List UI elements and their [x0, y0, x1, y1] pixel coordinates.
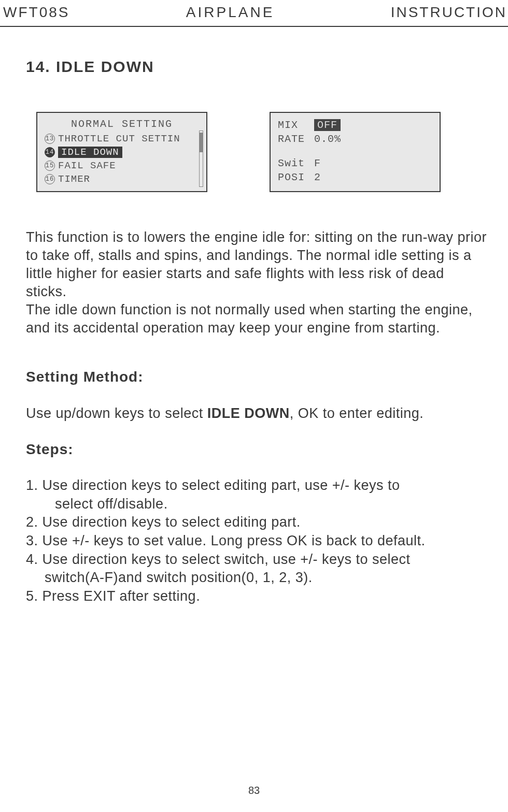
scrollbar-icon: [199, 130, 203, 187]
step-continuation: select off/disable.: [26, 495, 487, 514]
setting-value: 2: [314, 171, 432, 183]
scroll-thumb-icon: [200, 133, 203, 152]
setting-value: F: [314, 157, 432, 169]
setting-label: Swit: [278, 157, 314, 169]
menu-number-icon: 15: [45, 161, 55, 171]
menu-label: FAIL SAFE: [58, 160, 116, 171]
setting-method-heading: Setting Method:: [26, 369, 487, 385]
menu-label: TIMER: [58, 173, 90, 185]
menu-label: THROTTLE CUT SETTIN: [58, 133, 180, 144]
lcd-screens: NORMAL SETTING 13 THROTTLE CUT SETTIN 14…: [36, 112, 487, 192]
step-item: 5. Press EXIT after setting.: [26, 587, 487, 606]
instruction-text-bold: IDLE DOWN: [207, 405, 290, 421]
step-continuation: switch(A-F)and switch position(0, 1, 2, …: [26, 569, 487, 587]
instruction-text-post: , OK to enter editing.: [290, 405, 424, 421]
page-header: WFT08S AIRPLANE INSTRUCTION: [0, 0, 508, 27]
steps-heading: Steps:: [26, 441, 487, 458]
header-model: WFT08S: [0, 4, 69, 21]
description-paragraph: The idle down function is not normally u…: [26, 301, 487, 337]
step-item: 1. Use direction keys to select editing …: [26, 476, 487, 495]
section-title: 14. IDLE DOWN: [26, 58, 487, 76]
setting-row-swit: Swit F: [278, 156, 432, 170]
setting-label: POSI: [278, 171, 314, 183]
description-paragraph: This function is to lowers the engine id…: [26, 228, 487, 301]
menu-item-timer: 16 TIMER: [45, 172, 199, 186]
menu-item-fail-safe: 15 FAIL SAFE: [45, 159, 199, 172]
setting-label: MIX: [278, 119, 314, 131]
page-content: 14. IDLE DOWN NORMAL SETTING 13 THROTTLE…: [0, 27, 508, 605]
menu-item-throttle-cut: 13 THROTTLE CUT SETTIN: [45, 132, 199, 146]
step-item: 3. Use +/- keys to set value. Long press…: [26, 532, 487, 550]
setting-row-mix: MIX OFF: [278, 118, 432, 132]
lcd-screen-settings: MIX OFF RATE 0.0% Swit F POSI 2: [270, 112, 441, 192]
header-mode: AIRPLANE: [186, 4, 275, 21]
page-number: 83: [248, 785, 260, 796]
menu-label-selected: IDLE DOWN: [58, 147, 122, 158]
description-block: This function is to lowers the engine id…: [26, 228, 487, 338]
instruction-text-pre: Use up/down keys to select: [26, 405, 207, 421]
menu-number-icon: 16: [45, 174, 55, 184]
step-item: 2. Use direction keys to select editing …: [26, 513, 487, 532]
menu-number-icon: 13: [45, 134, 55, 144]
lcd-screen-menu: NORMAL SETTING 13 THROTTLE CUT SETTIN 14…: [36, 112, 207, 192]
setting-value-highlighted: OFF: [314, 119, 341, 131]
steps-list: 1. Use direction keys to select editing …: [26, 476, 487, 605]
setting-row-rate: RATE 0.0%: [278, 132, 432, 146]
menu-item-idle-down: 14 IDLE DOWN: [45, 146, 199, 159]
setting-label: RATE: [278, 133, 314, 145]
step-item: 4. Use direction keys to select switch, …: [26, 550, 487, 569]
menu-number-icon: 14: [45, 147, 55, 157]
lcd-menu-title: NORMAL SETTING: [45, 118, 199, 130]
setting-method-text: Use up/down keys to select IDLE DOWN, OK…: [26, 404, 487, 423]
header-type: INSTRUCTION: [391, 4, 508, 21]
setting-row-posi: POSI 2: [278, 170, 432, 184]
setting-value: 0.0%: [314, 133, 432, 145]
